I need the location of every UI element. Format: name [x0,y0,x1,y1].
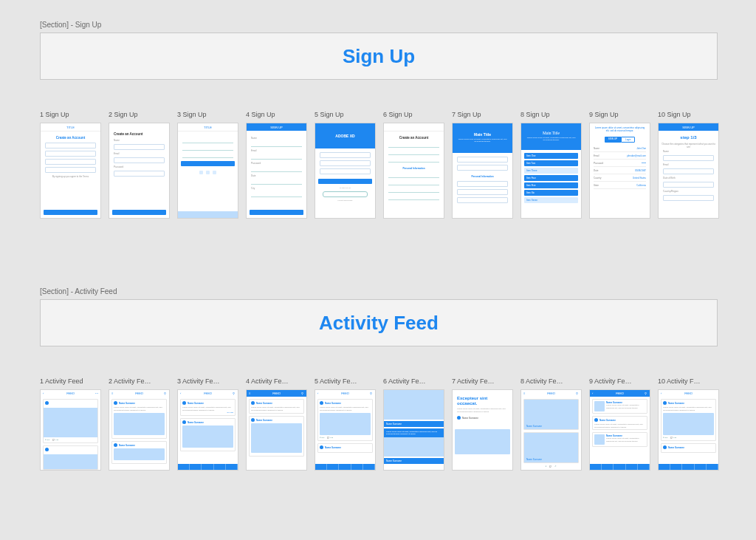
post-text: Lorem ipsum dolor sit amet, consectetur … [114,406,165,411]
post-meta: ♥ 256💬 120 [320,437,371,439]
artboard[interactable]: Name Surname Lorem ipsum dolor sit amet,… [383,389,444,471]
headline: Excepteur sint occaecat. [457,396,508,406]
section-header-activity[interactable]: Activity Feed [40,299,718,346]
post: Name Surname [523,399,579,430]
thumb-activity-1[interactable]: 1 Activity Feed ‹FEED⋯ ♥ 256💬 120 [40,377,101,471]
tab-row: SIGN UP Login [590,137,650,143]
artboard[interactable]: Create an Account Name Email Password [109,123,170,219]
artboard[interactable]: Lorem ipsum dolor sit amet, consectetur … [589,123,650,219]
artboard[interactable]: SIGN UP step 1/3 Choose the categories t… [658,123,719,219]
label: Password [114,165,165,168]
feed-header: ≡FEED⚲ [247,390,306,397]
post [43,445,98,470]
thumb-signup-5[interactable]: 5 Sign Up ADOBE XD or sign up via Forgot… [315,111,376,219]
field [663,182,714,188]
thumb-activity-6[interactable]: 6 Activity Fe… Name Surname Lorem ipsum … [383,377,444,471]
primary-button [318,179,372,184]
field [251,192,302,197]
section-header-signup[interactable]: Sign Up [40,33,718,80]
thumb-activity-2[interactable]: 2 Activity Fe… ≡FEED⚲ Name Surname Lorem… [109,377,170,471]
forgot-link: Forgot password? [315,199,375,202]
design-canvas[interactable]: [Section] - Sign Up Sign Up 1 Sign Up TI… [0,0,756,540]
avatar-icon [320,401,323,405]
thumb-label: 7 Activity Fe… [452,377,513,385]
feed-header: ‹FEED⚲ [315,390,375,397]
thumb-activity-7[interactable]: 7 Activity Fe… Excepteur sint occaecat. … [452,377,513,471]
thumb-signup-8[interactable]: 8 Sign Up Main Title Lorem ipsum dolor s… [520,111,582,219]
field [45,143,96,148]
row: StateCalifornia [594,182,646,189]
field [388,188,439,193]
thumb-label: 9 Sign Up [589,111,650,118]
label: Email [114,152,165,155]
artboard[interactable]: Main Title Lorem ipsum dolor sit amet, c… [452,123,513,219]
thumb-activity-5[interactable]: 5 Activity Fe… ‹FEED⚲ Name Surname Lorem… [315,377,376,471]
author-bar: Name Surname [384,421,444,427]
label: Email [251,149,302,152]
field [388,143,439,148]
post: Name Surname [111,441,167,464]
artboard[interactable]: ≡FEED⚲ Name Surname Name Surname ♥💬↗ [520,389,582,471]
thumb-signup-2[interactable]: 2 Sign Up Create an Account Name Email P… [109,111,170,219]
field [45,151,96,157]
artboard[interactable]: Excepteur sint occaecat. Lorem ipsum dol… [452,389,513,471]
artboard[interactable]: ≡FEED⚲ Name Surname Lorem ipsum dolor si… [109,389,170,471]
thumb-activity-9[interactable]: 9 Activity Fe… ‹FEED⚲ Name SurnameLorem … [589,377,650,471]
post-meta: ♥ 256💬 120 [663,437,714,439]
artboard[interactable]: ‹FEED⋯ ♥ 256💬 120 [40,389,101,471]
thumb-label: 1 Activity Feed [40,377,101,385]
bottom-nav [178,464,238,470]
bottom-nav [315,464,375,470]
thumb-activity-3[interactable]: 3 Activity Fe… ‹FEED⚲ Name Surname Lorem… [177,377,238,471]
field [251,167,302,172]
artboard[interactable]: ‹FEED⚲ Name SurnameLorem ipsum dolor sit… [589,389,650,471]
post-image [384,390,444,420]
thumb-signup-4[interactable]: 4 Sign Up SIGN UP Name Email Password Da… [246,111,307,219]
thumb-signup-10[interactable]: 10 Sign Up SIGN UP step 1/3 Choose the c… [658,111,719,219]
list-item: Name SurnameLorem ipsum dolor sit amet, … [592,399,647,414]
field [114,144,165,150]
thumb-signup-9[interactable]: 9 Sign Up Lorem ipsum dolor sit amet, co… [589,111,650,219]
subheading: Personal Information [387,167,441,170]
artboard[interactable]: ‹FEED Name Surname Lorem ipsum dolor sit… [658,389,719,471]
artboard[interactable]: TITLE [177,123,238,219]
post-image [44,454,97,469]
thumb-signup-6[interactable]: 6 Sign Up Create an Account Personal Inf… [383,111,444,219]
artboard[interactable]: ‹FEED⚲ Name Surname Lorem ipsum dolor si… [315,389,376,471]
thumb-label: 6 Sign Up [383,111,444,118]
bottom-nav [659,464,718,470]
artboard[interactable]: Create an Account Personal Information [383,123,444,219]
row: NameJohn Doe [594,146,646,152]
top-bar: TITLE [178,123,238,131]
thumb-activity-10[interactable]: 10 Activity F… ‹FEED Name Surname Lorem … [658,377,719,471]
thumb-signup-7[interactable]: 7 Sign Up Main Title Lorem ipsum dolor s… [452,111,513,219]
thumb-activity-4[interactable]: 4 Activity Fe… ≡FEED⚲ Name Surname Lorem… [246,377,307,471]
label: Country/Region [663,190,714,193]
avatar-icon [114,401,117,405]
hero-sub: Lorem ipsum dolor sit amet, consectetur … [457,138,508,143]
artboard[interactable]: Main Title Lorem ipsum dolor sit amet, c… [520,123,582,219]
thumb-label: 6 Activity Fe… [383,377,444,385]
footer-strip [178,211,238,218]
avatar-icon [457,416,461,420]
feed-header: ‹FEED⚲ [590,390,650,397]
artboard[interactable]: TITLE Create an Account By signing up yo… [40,123,101,219]
step-title: step 1/3 [662,135,715,140]
thumb-signup-1[interactable]: 1 Sign Up TITLE Create an Account By sig… [40,111,101,219]
thumb-label: 5 Activity Fe… [315,377,376,385]
artboard[interactable]: ≡FEED⚲ Name Surname Lorem ipsum dolor si… [246,389,307,471]
thumb-signup-3[interactable]: 3 Sign Up TITLE [177,111,238,219]
artboard[interactable]: SIGN UP Name Email Password Date City [246,123,307,219]
section-title-activity: Activity Feed [319,312,439,335]
chip: Item Seven [524,197,578,203]
brand: ADOBE XD [335,134,354,138]
post: Name Surname [661,443,716,453]
chip: Item Two [524,160,578,166]
artboard[interactable]: ADOBE XD or sign up via Forgot password? [315,123,376,219]
thumb-label: 10 Activity F… [658,377,719,385]
artboard[interactable]: ‹FEED⚲ Name Surname Lorem ipsum dolor si… [177,389,238,471]
field [320,160,371,166]
thumb-activity-8[interactable]: 8 Activity Fe… ≡FEED⚲ Name Surname Name … [520,377,582,471]
post-image [384,437,444,457]
thumb-label: 3 Activity Fe… [177,377,238,385]
